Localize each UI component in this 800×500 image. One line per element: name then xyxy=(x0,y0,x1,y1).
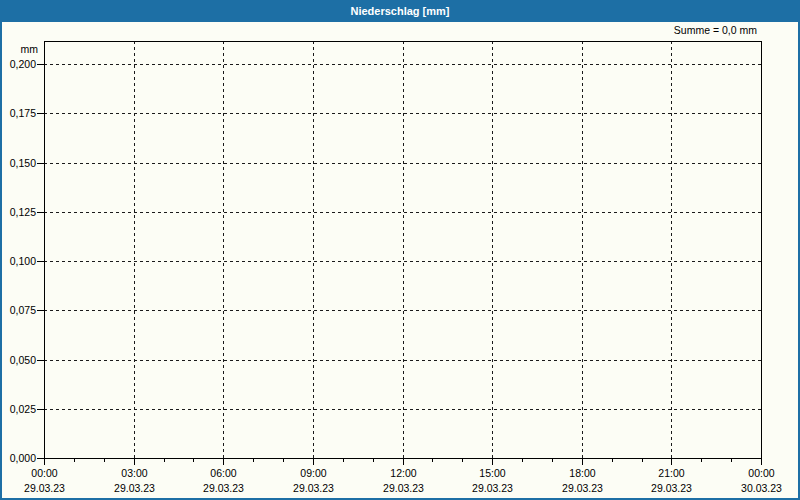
x-time-label: 18:00 xyxy=(569,467,595,479)
precipitation-chart-window: Niederschlag [mm] Summe = 0,0 mm mm 0,00… xyxy=(0,0,800,500)
x-time-label: 15:00 xyxy=(479,467,505,479)
y-axis-unit-label: mm xyxy=(21,43,39,55)
x-date-label: 29.03.23 xyxy=(562,482,603,494)
y-tick-label: 0,025 xyxy=(10,403,36,415)
y-tick-label: 0,100 xyxy=(10,255,36,267)
x-date-label: 30.03.23 xyxy=(741,482,782,494)
x-time-label: 00:00 xyxy=(31,467,57,479)
window-title-bar: Niederschlag [mm] xyxy=(0,0,800,22)
y-tick-label: 0,200 xyxy=(10,58,36,70)
sum-annotation: Summe = 0,0 mm xyxy=(674,24,757,36)
y-tick-label: 0,125 xyxy=(10,206,36,218)
x-date-label: 29.03.23 xyxy=(114,482,155,494)
y-tick-label: 0,050 xyxy=(10,354,36,366)
x-date-label: 29.03.23 xyxy=(472,482,513,494)
x-date-label: 29.03.23 xyxy=(383,482,424,494)
x-time-label: 21:00 xyxy=(658,467,684,479)
x-time-label: 00:00 xyxy=(748,467,774,479)
y-tick-label: 0,000 xyxy=(10,452,36,464)
chart-canvas: 0,0000,0250,0500,0750,1000,1250,1500,175… xyxy=(0,0,800,500)
y-tick-label: 0,175 xyxy=(10,107,36,119)
x-time-label: 03:00 xyxy=(121,467,147,479)
x-date-label: 29.03.23 xyxy=(24,482,65,494)
x-date-label: 29.03.23 xyxy=(203,482,244,494)
x-time-label: 06:00 xyxy=(210,467,236,479)
x-date-label: 29.03.23 xyxy=(293,482,334,494)
chart-title: Niederschlag [mm] xyxy=(350,5,449,17)
y-tick-label: 0,075 xyxy=(10,304,36,316)
y-tick-label: 0,150 xyxy=(10,157,36,169)
x-time-label: 12:00 xyxy=(390,467,416,479)
x-time-label: 09:00 xyxy=(300,467,326,479)
x-date-label: 29.03.23 xyxy=(651,482,692,494)
